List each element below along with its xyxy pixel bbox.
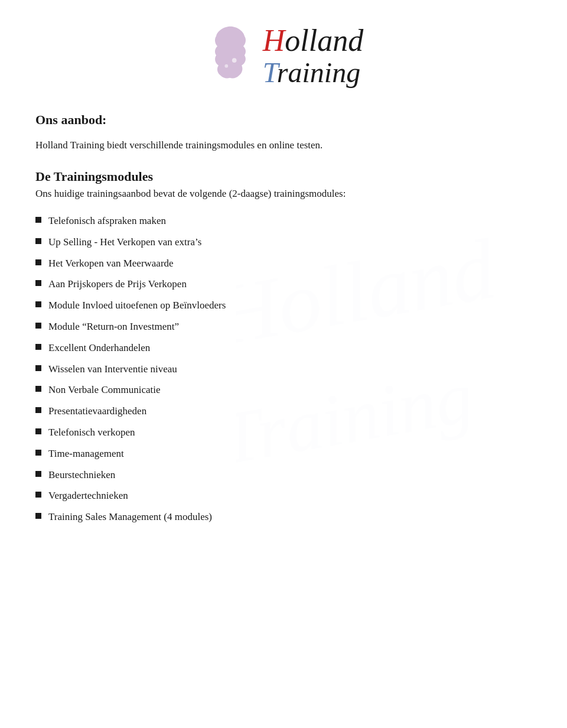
module-label: Vergadertechnieken	[48, 489, 128, 503]
main-content: Ons aanbod: Holland Training biedt versc…	[35, 112, 532, 524]
bullet-icon	[35, 492, 41, 498]
module-label: Telefonisch afspraken maken	[48, 214, 166, 228]
bullet-icon	[35, 471, 41, 477]
list-item: Module Invloed uitoefenen op Beïnvloeder…	[35, 298, 532, 313]
logo-h-letter: H	[263, 24, 285, 57]
list-item: Vergadertechnieken	[35, 489, 532, 503]
trainings-heading: De Trainingsmodules	[35, 169, 532, 184]
list-item: Non Verbale Communicatie	[35, 383, 532, 397]
module-label: Up Selling - Het Verkopen van extra’s	[48, 235, 201, 249]
list-item: Module “Return-on Investment”	[35, 320, 532, 334]
list-item: Training Sales Management (4 modules)	[35, 510, 532, 524]
list-item: Time-management	[35, 447, 532, 461]
intro-paragraph: Holland Training biedt verschillende tra…	[35, 139, 532, 151]
bullet-icon	[35, 365, 41, 371]
module-label: Wisselen van Interventie niveau	[48, 362, 177, 376]
bullet-icon	[35, 259, 41, 265]
list-item: Wisselen van Interventie niveau	[35, 362, 532, 376]
section-title: Ons aanbod:	[35, 112, 532, 128]
list-item: Aan Prijskopers de Prijs Verkopen	[35, 277, 532, 291]
module-label: Aan Prijskopers de Prijs Verkopen	[48, 277, 187, 291]
module-label: Telefonisch verkopen	[48, 425, 135, 440]
bullet-icon	[35, 238, 41, 244]
bullet-icon	[35, 386, 41, 392]
logo: Holland Training	[204, 24, 363, 89]
module-label: Time-management	[48, 447, 124, 461]
list-item: Excellent Onderhandelen	[35, 341, 532, 355]
module-label: Het Verkopen van Meerwaarde	[48, 256, 174, 271]
list-item: Up Selling - Het Verkopen van extra’s	[35, 235, 532, 249]
logo-holland-text: Holland	[263, 24, 363, 57]
logo-t-letter: T	[263, 57, 277, 88]
list-item: Presentatievaardigheden	[35, 404, 532, 418]
logo-olland-text: olland	[285, 24, 363, 57]
list-item: Telefonisch afspraken maken	[35, 214, 532, 228]
module-label: Beurstechnieken	[48, 468, 115, 482]
logo-area: Holland Training	[35, 12, 532, 106]
bullet-icon	[35, 407, 41, 413]
logo-figure-icon	[204, 24, 257, 89]
module-label: Presentatievaardigheden	[48, 404, 146, 418]
list-item: Telefonisch verkopen	[35, 425, 532, 440]
module-label: Excellent Onderhandelen	[48, 341, 150, 355]
modules-list: Telefonisch afspraken makenUp Selling - …	[35, 214, 532, 524]
bullet-icon	[35, 428, 41, 434]
logo-raining-text: raining	[277, 57, 360, 88]
module-label: Module “Return-on Investment”	[48, 320, 179, 334]
svg-point-2	[232, 58, 237, 63]
list-item: Het Verkopen van Meerwaarde	[35, 256, 532, 271]
module-label: Non Verbale Communicatie	[48, 383, 160, 397]
bullet-icon	[35, 280, 41, 286]
logo-text: Holland Training	[263, 24, 363, 89]
module-label: Training Sales Management (4 modules)	[48, 510, 212, 524]
bullet-icon	[35, 301, 41, 307]
bullet-icon	[35, 344, 41, 350]
module-label: Module Invloed uitoefenen op Beïnvloeder…	[48, 298, 226, 313]
bullet-icon	[35, 450, 41, 456]
bullet-icon	[35, 217, 41, 223]
page-container: Holland Training Holland Training	[0, 0, 567, 728]
logo-training-text: Training	[263, 57, 363, 89]
list-item: Beurstechnieken	[35, 468, 532, 482]
bullet-icon	[35, 323, 41, 329]
bullet-icon	[35, 513, 41, 519]
svg-point-3	[224, 64, 228, 68]
trainings-subtext: Ons huidige trainingsaanbod bevat de vol…	[35, 188, 532, 200]
